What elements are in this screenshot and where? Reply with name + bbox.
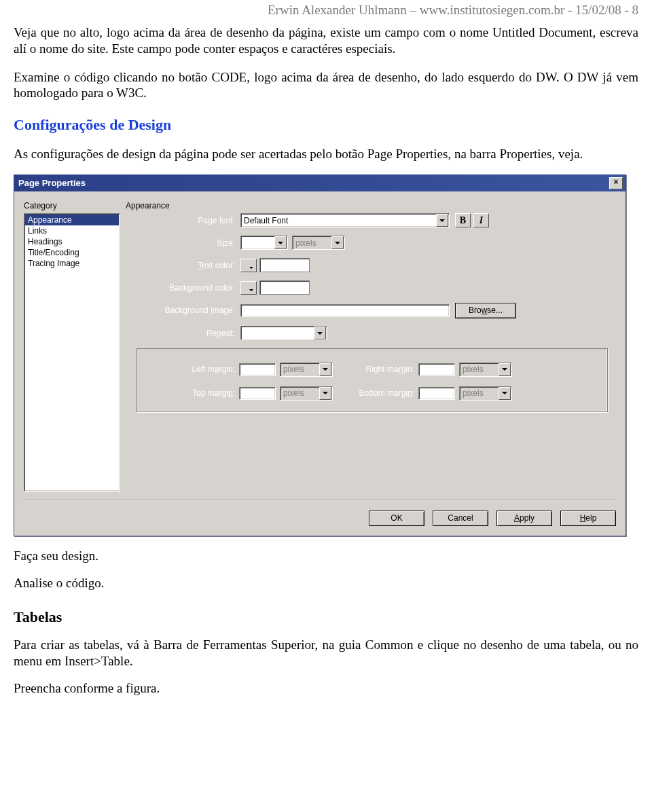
size-combo[interactable] xyxy=(240,236,288,250)
size-unit-value: pixels xyxy=(293,238,331,248)
right-margin-unit: pixels xyxy=(459,363,512,377)
page-properties-dialog: Page Properties × Category Appearance Ap… xyxy=(14,174,626,536)
category-tracing-image[interactable]: Tracing Image xyxy=(25,258,119,269)
ok-button[interactable]: OK xyxy=(369,511,424,526)
category-list[interactable]: Appearance Links Headings Title/Encoding… xyxy=(24,213,120,492)
left-margin-unit-dropdown-icon xyxy=(319,363,331,376)
bold-button[interactable]: B xyxy=(455,213,471,227)
category-appearance[interactable]: Appearance xyxy=(25,215,119,225)
bg-color-label: Background color: xyxy=(137,283,240,293)
top-margin-unit-dropdown-icon xyxy=(319,387,331,400)
left-margin-input[interactable] xyxy=(239,363,276,376)
category-headings[interactable]: Headings xyxy=(25,236,119,247)
line-design: Faça seu design. xyxy=(14,549,638,564)
paragraph-2: Examine o código clicando no botão CODE,… xyxy=(14,69,638,102)
size-label: Size: xyxy=(137,238,240,248)
bottom-margin-input[interactable] xyxy=(418,387,455,400)
right-margin-label: Right margin: xyxy=(333,365,418,374)
appearance-header: Appearance xyxy=(126,201,616,210)
bottom-margin-unit: pixels xyxy=(459,386,512,401)
text-color-label: Text color: xyxy=(137,261,240,270)
dialog-title: Page Properties xyxy=(18,178,86,188)
bg-color-swatch-button[interactable] xyxy=(240,281,257,295)
dialog-titlebar: Page Properties × xyxy=(14,175,626,191)
top-margin-unit: pixels xyxy=(280,386,333,401)
right-margin-unit-dropdown-icon xyxy=(499,363,511,376)
margins-group: Left margin: pixels Right margin: xyxy=(137,348,608,412)
size-unit-combo: pixels xyxy=(292,236,345,250)
page-font-value: Default Font xyxy=(241,216,435,225)
italic-button[interactable]: I xyxy=(473,213,489,227)
heading-tables: Tabelas xyxy=(14,608,638,626)
bg-color-input[interactable] xyxy=(259,280,310,295)
line-fill: Preencha conforme a figura. xyxy=(14,681,638,696)
line-analyze: Analise o código. xyxy=(14,576,638,591)
apply-button[interactable]: Apply xyxy=(496,511,552,526)
size-unit-dropdown-icon xyxy=(331,236,344,249)
category-links[interactable]: Links xyxy=(25,225,119,236)
top-margin-input[interactable] xyxy=(239,387,276,400)
text-color-swatch-button[interactable] xyxy=(240,259,257,272)
top-margin-label: Top margin: xyxy=(145,388,239,398)
page-font-label: Page font: xyxy=(137,216,240,225)
page-header: Erwin Alexander Uhlmann – www.institutos… xyxy=(14,3,638,18)
bg-image-label: Background image: xyxy=(137,306,240,315)
bg-image-input[interactable] xyxy=(240,304,450,317)
page-font-combo[interactable]: Default Font xyxy=(240,213,450,227)
category-header: Category xyxy=(24,201,126,210)
size-dropdown-icon[interactable] xyxy=(274,236,287,249)
repeat-combo[interactable] xyxy=(240,326,327,340)
category-title-encoding[interactable]: Title/Encoding xyxy=(25,247,119,258)
help-button[interactable]: Help xyxy=(560,511,616,526)
close-button[interactable]: × xyxy=(609,177,623,189)
browse-button[interactable]: Browse... xyxy=(455,303,516,318)
heading-config-design: Configurações de Design xyxy=(14,116,638,134)
page-font-dropdown-icon[interactable] xyxy=(436,214,448,227)
right-margin-input[interactable] xyxy=(418,363,455,376)
bottom-margin-label: Bottom margin: xyxy=(333,388,418,398)
paragraph-1: Veja que no alto, logo acima da área de … xyxy=(14,24,638,57)
text-color-input[interactable] xyxy=(259,258,310,272)
paragraph-3: As configurações de design da página pod… xyxy=(14,146,638,162)
repeat-label: Repeat: xyxy=(137,329,240,338)
paragraph-4: Para criar as tabelas, vá à Barra de Fer… xyxy=(14,637,638,669)
left-margin-unit: pixels xyxy=(280,363,333,377)
repeat-dropdown-icon[interactable] xyxy=(314,327,326,339)
left-margin-label: Left margin: xyxy=(145,365,239,374)
cancel-button[interactable]: Cancel xyxy=(433,511,488,526)
bottom-margin-unit-dropdown-icon xyxy=(499,387,511,400)
